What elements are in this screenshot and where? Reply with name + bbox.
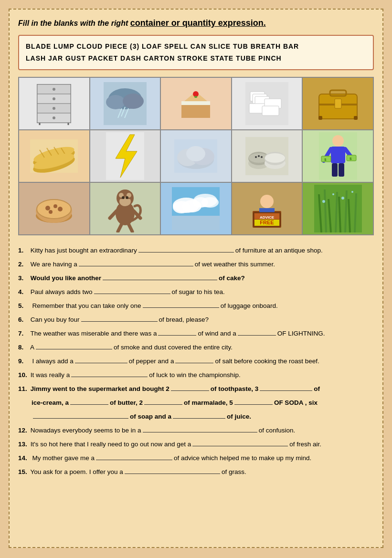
image-sugar	[232, 77, 303, 130]
svg-point-58	[265, 153, 285, 163]
image-grid: $ $	[18, 77, 374, 235]
svg-rect-67	[332, 163, 338, 177]
word-bank-line2: LASH JAR GUST PACKET DASH CARTON STROKE …	[26, 53, 366, 64]
svg-point-80	[49, 210, 53, 214]
svg-rect-33	[335, 99, 341, 108]
word-bank-line1: BLADE LUMP CLOUD PIECE (3) LOAF SPELL CA…	[26, 41, 366, 53]
image-grass	[302, 182, 373, 235]
blank-13	[192, 446, 288, 446]
svg-point-79	[58, 207, 63, 211]
svg-point-14	[123, 94, 144, 109]
svg-point-126	[351, 191, 353, 193]
image-cloud	[160, 130, 232, 182]
image-money-man: $ $	[302, 130, 373, 182]
svg-text:$: $	[324, 158, 327, 162]
svg-point-63	[332, 135, 344, 147]
image-suitcase	[302, 77, 373, 130]
blank-9b	[175, 363, 213, 363]
svg-rect-20	[181, 101, 210, 105]
blank-11a	[171, 390, 209, 391]
image-baguette	[19, 130, 90, 182]
sentences-section: 1. Kitty has just bought an extraordinar…	[18, 244, 374, 478]
image-lightning	[90, 130, 161, 182]
svg-point-5	[53, 88, 55, 91]
image-pie	[19, 182, 90, 235]
blank-12	[143, 432, 257, 432]
svg-rect-34	[318, 116, 322, 120]
svg-point-8	[53, 116, 55, 119]
svg-text:$: $	[350, 157, 352, 161]
blank-11b	[260, 390, 312, 391]
image-dresser	[19, 77, 90, 130]
sentence-9: 9. I always add a of pepper and a of sal…	[18, 355, 374, 368]
blank-5	[143, 307, 219, 308]
blank-11c	[70, 404, 108, 405]
svg-point-13	[106, 95, 125, 109]
svg-point-61	[261, 156, 263, 158]
blank-15	[125, 474, 220, 474]
svg-point-78	[53, 204, 57, 208]
sentence-2: 2. We are having a of wet weather this s…	[18, 258, 374, 271]
image-sky	[160, 182, 232, 235]
blank-1	[138, 252, 234, 253]
title-section: Fill in the blanks with the right contai…	[18, 18, 374, 28]
main-container: Fill in the blanks with the right contai…	[9, 9, 383, 548]
svg-rect-18	[181, 104, 210, 118]
svg-point-22	[194, 96, 197, 98]
svg-point-59	[255, 156, 257, 158]
svg-point-91	[126, 196, 128, 199]
svg-rect-29	[262, 106, 279, 116]
sentence-6: 6. Can you buy four of bread, please?	[18, 313, 374, 326]
blank-9a	[75, 363, 127, 363]
blank-11f	[33, 418, 128, 419]
svg-rect-35	[354, 116, 358, 120]
blank-7b	[238, 335, 276, 336]
image-advice: ADVICE FREE	[232, 182, 303, 235]
blank-11g	[173, 418, 225, 419]
svg-rect-98	[172, 216, 220, 230]
svg-point-60	[258, 155, 260, 157]
sentence-8: 8. A of smoke and dust covered the entir…	[18, 341, 374, 354]
sentence-5: 5. Remember that you can take only one o…	[18, 299, 374, 312]
svg-rect-64	[331, 147, 345, 163]
page-title: Fill in the blanks with the right contai…	[18, 18, 374, 28]
sentence-14: 14. My mother gave me a of advice which …	[18, 452, 374, 464]
blank-10	[71, 377, 148, 377]
blank-6	[81, 321, 158, 322]
sentence-11: 11. Jimmy went to the supermarket and bo…	[18, 382, 374, 423]
svg-point-104	[201, 197, 219, 208]
blank-4	[94, 294, 170, 294]
sentence-7: 7. The weather was miserable and there w…	[18, 327, 374, 340]
blank-14	[96, 460, 172, 460]
blank-11d	[144, 404, 182, 405]
sentence-1: 1. Kitty has just bought an extraordinar…	[18, 244, 374, 257]
svg-point-92	[122, 199, 128, 203]
svg-point-77	[45, 206, 50, 211]
svg-point-125	[341, 197, 344, 200]
svg-point-7	[53, 107, 55, 110]
svg-point-124	[332, 193, 334, 195]
image-salt-pepper	[232, 130, 303, 182]
image-storm	[90, 77, 161, 130]
blank-3	[103, 280, 217, 280]
sentence-13: 13. It's so hot here that I really need …	[18, 438, 374, 451]
sentence-3: 3. Would you like another of cake?	[18, 272, 374, 284]
svg-point-51	[186, 146, 205, 161]
svg-point-123	[322, 200, 325, 203]
word-bank: BLADE LUMP CLOUD PIECE (3) LOAF SPELL CA…	[18, 35, 374, 70]
blank-11e	[234, 404, 273, 405]
svg-point-90	[122, 196, 125, 199]
sentence-10: 10. It was really a of luck to win the c…	[18, 368, 374, 381]
sentence-4: 4. Paul always adds two of sugar to his …	[18, 285, 374, 298]
svg-point-107	[260, 195, 274, 208]
blank-7a	[158, 335, 196, 336]
svg-rect-68	[339, 163, 344, 177]
image-cake	[160, 77, 232, 130]
svg-point-6	[53, 97, 55, 100]
svg-text:FREE: FREE	[260, 220, 274, 225]
blank-8	[36, 349, 112, 349]
blank-2	[79, 266, 193, 266]
image-monkey	[90, 182, 161, 235]
sentence-15: 15. You ask for a poem. I offer you a of…	[18, 465, 374, 478]
sentence-12: 12. Nowadays everybody seems to be in a …	[18, 424, 374, 437]
